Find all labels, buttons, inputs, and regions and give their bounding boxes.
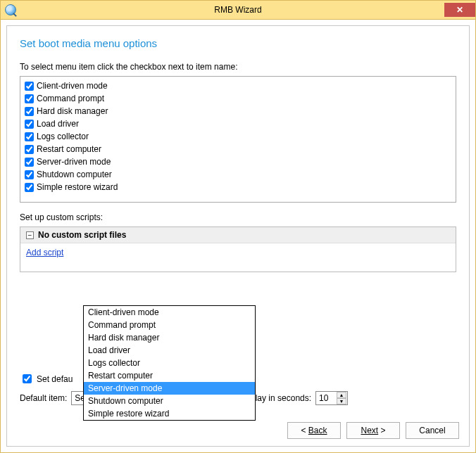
window-titlebar: RMB Wizard ✕ xyxy=(0,0,476,20)
menu-item-label: Hard disk manager xyxy=(37,106,108,116)
menu-item-label: Logs collector xyxy=(37,132,89,141)
delay-value: 10 xyxy=(319,393,328,403)
menu-item-label: Client-driven mode xyxy=(37,81,108,91)
instruction-text: To select menu item click the checkbox n… xyxy=(20,62,456,72)
default-item-label: Default item: xyxy=(20,393,67,403)
wizard-page: Set boot media menu options To select me… xyxy=(6,25,470,447)
scripts-header-text: No custom script files xyxy=(38,230,126,240)
cancel-button[interactable]: Cancel xyxy=(406,422,459,439)
menu-item-checkbox[interactable] xyxy=(25,183,34,192)
dropdown-option[interactable]: Client-driven mode xyxy=(84,306,255,319)
menu-item-label: Load driver xyxy=(37,119,79,129)
set-default-label-partial: Set defau xyxy=(37,374,73,384)
collapse-icon[interactable]: − xyxy=(26,231,34,239)
spin-down-icon[interactable]: ▼ xyxy=(337,398,346,404)
back-button[interactable]: < Back xyxy=(287,422,341,439)
window-title: RMB Wizard xyxy=(1,5,475,15)
dropdown-option[interactable]: Restart computer xyxy=(84,369,255,382)
page-heading: Set boot media menu options xyxy=(20,37,456,49)
menu-items-list: Client-driven mode Command prompt Hard d… xyxy=(20,76,456,203)
menu-item-checkbox[interactable] xyxy=(25,145,34,154)
menu-item-row[interactable]: Restart computer xyxy=(25,143,451,155)
menu-item-checkbox[interactable] xyxy=(25,158,34,167)
menu-item-label: Shutdown computer xyxy=(37,170,112,179)
menu-item-row[interactable]: Shutdown computer xyxy=(25,168,451,181)
menu-item-row[interactable]: Load driver xyxy=(25,117,451,130)
dropdown-option[interactable]: Hard disk manager xyxy=(84,331,255,344)
dropdown-option[interactable]: Command prompt xyxy=(84,319,255,331)
menu-item-label: Server-driven mode xyxy=(37,157,111,167)
dropdown-option-selected[interactable]: Server-driven mode xyxy=(84,382,255,395)
next-button[interactable]: Next > xyxy=(346,422,400,439)
spin-up-icon[interactable]: ▲ xyxy=(337,392,346,398)
dropdown-option[interactable]: Load driver xyxy=(84,344,255,357)
menu-item-row[interactable]: Command prompt xyxy=(25,92,451,105)
menu-item-checkbox[interactable] xyxy=(25,132,34,141)
menu-item-checkbox[interactable] xyxy=(25,120,34,129)
spinner-buttons[interactable]: ▲ ▼ xyxy=(337,392,346,404)
dropdown-option[interactable]: Shutdown computer xyxy=(84,395,255,407)
scripts-label: Set up custom scripts: xyxy=(20,212,456,222)
dropdown-option[interactable]: Logs collector xyxy=(84,357,255,369)
menu-item-checkbox[interactable] xyxy=(25,107,34,116)
menu-item-row[interactable]: Client-driven mode xyxy=(25,79,451,92)
menu-item-checkbox[interactable] xyxy=(25,94,34,103)
scripts-header: − No custom script files xyxy=(20,227,456,243)
menu-item-label: Restart computer xyxy=(37,144,101,154)
menu-item-checkbox[interactable] xyxy=(25,82,34,91)
default-item-dropdown-list[interactable]: Client-driven mode Command prompt Hard d… xyxy=(83,305,256,421)
add-script-link[interactable]: Add script xyxy=(26,248,63,257)
wizard-button-bar: < Back Next > Cancel xyxy=(287,422,459,439)
menu-item-row[interactable]: Simple restore wizard xyxy=(25,181,451,193)
menu-item-checkbox[interactable] xyxy=(25,170,34,179)
dropdown-option[interactable]: Simple restore wizard xyxy=(84,407,255,420)
menu-item-row[interactable]: Logs collector xyxy=(25,130,451,143)
set-default-checkbox[interactable] xyxy=(23,374,32,383)
menu-item-label: Simple restore wizard xyxy=(37,182,118,192)
custom-scripts-box: − No custom script files Add script xyxy=(20,226,456,272)
delay-spinner[interactable]: 10 ▲ ▼ xyxy=(315,391,348,405)
menu-item-row[interactable]: Server-driven mode xyxy=(25,155,451,168)
menu-item-label: Command prompt xyxy=(37,94,104,103)
menu-item-row[interactable]: Hard disk manager xyxy=(25,105,451,117)
